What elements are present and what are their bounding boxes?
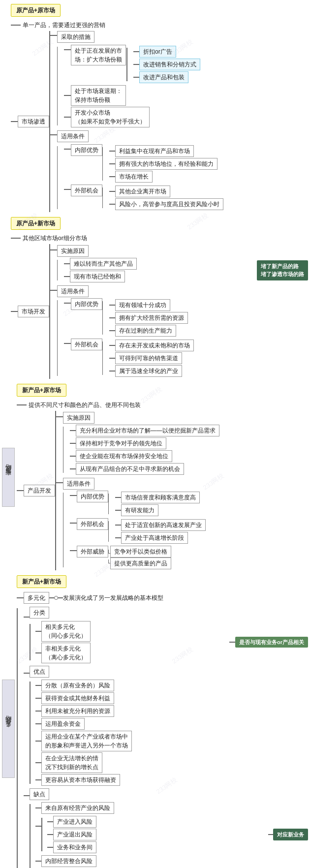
youdi-item2: 获得资金或其他财务利益: [41, 692, 114, 704]
tag-yuanchanpin-yuanshichang: 原产品+原市场: [11, 4, 61, 17]
duoyuanhua-label: 多元化战略: [2, 680, 15, 778]
section1-spacer: [2, 4, 11, 212]
section2-spacer: [2, 217, 11, 379]
shiyong-sub2: 适用条件 内部优势: [57, 285, 309, 379]
section1-main-tree: 市场渗透 采取的措施: [11, 31, 308, 212]
shishi-sub2: 实施原因 难以转而生产其他产品: [57, 245, 309, 283]
node-quedian: 缺点: [30, 788, 49, 800]
section-jimi-zhanlu: 原产品+原市场 单一产品，需要通过更强的营销 市场渗透: [2, 4, 308, 212]
youdi-branch: 优点 分散（原有业务的）风险: [24, 666, 308, 787]
section3-right: 实施原因 充分利用企业对市场的了解——以便挖掘新产品需求: [56, 411, 309, 570]
shishi3-item4: 从现有产品组合的不足中寻求新的机会: [76, 463, 184, 475]
node-shishi3: 实施原因: [63, 412, 94, 424]
neib2-items: 现有领域十分成功 拥有扩大经营所需的资源: [102, 298, 188, 338]
neib1-item3: 市场在增长: [115, 171, 153, 183]
diamond-connector: [54, 596, 58, 600]
section2-block: 原产品+新市场 其他区域市场or细分市场 市场开发 实施原因: [2, 217, 308, 379]
waib3-row: 外部机会 处于适宜创新的高速发展产业: [70, 518, 309, 545]
spacer1: [2, 212, 308, 217]
node-shiyong3: 适用条件: [63, 478, 94, 490]
fenlei-branch: 分类 相关多元化 （同心多元化）: [24, 607, 308, 664]
section3-block: 新产品+原市场 提供不同尺寸和颜色的产品、使用不同包装 产品开发: [17, 384, 308, 570]
quedian-extra1: 内部经营整合风险: [41, 855, 96, 867]
weixie3-item2: 提供更高质量的产品: [110, 558, 171, 569]
node-waib1: 外部机会: [71, 185, 102, 196]
measure-item-2: 处于市场衰退期： 保持市场份额: [64, 85, 309, 106]
green-tag1: 堵了新产品的路 堵了渗透市场的路: [257, 260, 308, 280]
neib3-item1: 市场信誉度和顾客满意度高: [121, 492, 200, 503]
node-shishi2: 实施原因: [57, 245, 89, 257]
caiqu-branch: 采取的措施 处于正在发展的市 场：扩大市场: [50, 31, 309, 128]
waib3-item2: 产业处于高速增长阶段: [121, 532, 188, 544]
node-neib1: 内部优势: [71, 144, 102, 156]
section4-intro2: 发展演化成了另一发展战略的基本模型: [63, 593, 163, 602]
section4-tree: 分类 相关多元化 （同心多元化）: [17, 605, 308, 868]
waib3-items: 处于适宜创新的高速发展产业 产业处于高速增长阶段: [108, 518, 206, 545]
shishi2-item1: 难以转而生产其他产品: [70, 258, 137, 270]
fenlei-item2: 非相关多元化 （离心多元化）: [41, 643, 91, 663]
measure1-label: 处于正在发展的市 场：扩大市场份额: [71, 45, 126, 65]
waib1-item2: 风险小，高管参与度高且投资风险小时: [115, 198, 223, 210]
quedian-item1: 产业进入风险: [53, 816, 96, 828]
sub-item-zhekoff: 折扣or广告: [133, 46, 200, 58]
waib-items: 其他企业离开市场 风险小，高管参与度高且投资风险小时: [102, 185, 223, 211]
measure2-label: 处于市场衰退期： 保持市场份额: [71, 85, 126, 106]
section2-header: 原产品+新市场: [11, 217, 308, 232]
section2-content: 原产品+新市场 其他区域市场or细分市场 市场开发 实施原因: [11, 217, 308, 379]
section3-outer: 密集型战略 新产品+原市场 提供不同尺寸和颜色的产品、使用不同包装 产品开发: [2, 384, 308, 570]
section3-intro: 提供不同尺寸和颜色的产品、使用不同包装: [29, 401, 141, 409]
node-shichang-shentu: 市场渗透: [18, 116, 49, 127]
section4-header: 新产品+新市场: [17, 575, 308, 590]
waib2-item3: 属于迅速全球化的产业: [115, 365, 182, 377]
neib2-item2: 拥有扩大经营所需的资源: [115, 312, 188, 324]
tag-xinchanpin-yuanshichang: 新产品+原市场: [17, 384, 66, 397]
waib3-item1: 处于适宜创新的高速发展产业: [121, 519, 206, 531]
tag-xinchanpin-xinshichang: 新产品+新市场: [17, 575, 66, 588]
shiyong-sub3: 适用条件 内部优势: [63, 478, 309, 570]
shishi3-item3: 使企业能在现有市场保持安全地位: [76, 450, 172, 462]
fenlei-tag: 是否与现有业务or产品相关: [235, 637, 308, 648]
spacer3: [2, 570, 308, 575]
node-neib2: 内部优势: [71, 298, 102, 310]
caiqu-items: 处于正在发展的市 场：扩大市场份额: [57, 44, 309, 128]
quedian-item3: 业务和业务间: [53, 841, 96, 853]
node-chanpin-kaif: 产品开发: [24, 485, 55, 496]
shichang-shentu-group: 市场渗透: [11, 31, 50, 212]
youdi-item5: 运用企业在某个产业或者市场中 的形象和声誉进入另外一个市场: [41, 731, 132, 751]
weixie3-item1: 竞争对手以类似价格: [110, 546, 171, 558]
quedian-intro-item: 来自原有经营产业的风险: [41, 802, 114, 814]
measure3-label: 开发小众市场 （如果不如竞争对手强大）: [71, 107, 150, 127]
neib2-item1: 现有领域十分成功: [115, 299, 170, 311]
waib-row: 外部机会 其他企业离开市场: [64, 185, 309, 211]
node-neib3: 内部优势: [77, 491, 108, 502]
quedian-tag: 对应新业务: [273, 829, 308, 841]
measure1-sub3: 改进产品和包装: [139, 71, 188, 83]
waib2-item2: 可得到可靠的销售渠道: [115, 352, 182, 364]
node-shiyong2: 适用条件: [57, 285, 89, 297]
neib1-item1: 利益集中在现有产品和市场: [115, 145, 194, 157]
quedian-item2: 产业退出风险: [53, 829, 96, 840]
node-caiqu: 采取的措施: [57, 31, 94, 43]
node-shichang-kaif: 市场开发: [18, 306, 49, 317]
waib1-item1: 其他企业离开市场: [115, 186, 170, 197]
youdi-item7: 更容易从资本市场获得融资: [41, 774, 120, 786]
quedian-branch: 缺点 来自原有经营产业的风险: [24, 788, 308, 868]
spacer2: [2, 379, 308, 384]
sub-item-gaijin1: 改进销售和分销方式: [133, 59, 200, 70]
measure-item-1: 处于正在发展的市 场：扩大市场份额: [64, 45, 309, 84]
connector-h: [11, 25, 21, 26]
shishi-branch3: 实施原因 充分利用企业对市场的了解——以便挖掘新产品需求: [56, 412, 309, 476]
chanpin-kaif-group: 产品开发: [17, 411, 56, 570]
node-shiyong1: 适用条件: [57, 130, 89, 142]
neib2-row: 内部优势 现有领域十分成功: [64, 298, 309, 338]
measure1-sub-items: 折扣or广告 改进销售和分销方式: [126, 45, 200, 84]
section2-intro: 其他区域市场or细分市场: [23, 234, 87, 243]
youdi-item4: 运用盈余资金: [41, 718, 85, 730]
section1-header: 原产品+原市场: [11, 4, 308, 19]
shishi3-item1: 充分利用企业对市场的了解——以便挖掘新产品需求: [76, 425, 219, 436]
neib-row: 内部优势 利益集中在现有产品和市场: [64, 144, 309, 184]
fenlei-tag-wrap: 是否与现有业务or产品相关: [229, 620, 308, 664]
duoyuanhua-label-col: 多元化战略: [2, 575, 15, 868]
jimi-zhanlu-label: 密集型战略: [2, 448, 15, 507]
section3-intro-row: 提供不同尺寸和颜色的产品、使用不同包装: [17, 401, 308, 409]
